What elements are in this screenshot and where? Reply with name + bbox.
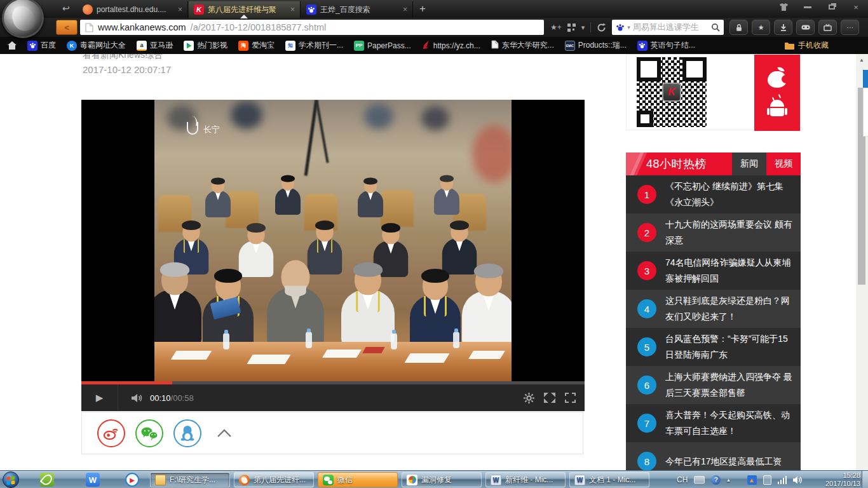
bookmark-videos[interactable]: 热门影视 <box>184 40 227 51</box>
hotlist-item-text: 这只鞋到底是灰绿还是粉白？网友们又吵起来了！ <box>665 293 793 325</box>
hotlist-item[interactable]: 8 今年已有17地区提高最低工资 <box>626 442 801 470</box>
language-indicator[interactable]: CH <box>677 475 688 484</box>
coreldraw-icon[interactable] <box>40 473 54 487</box>
share-wechat-button[interactable] <box>135 419 163 447</box>
share-weibo-button[interactable] <box>97 419 125 447</box>
taskbar-word2-button[interactable]: W 文档 1 - Mic... <box>569 472 649 487</box>
new-tab-button[interactable]: + <box>414 2 431 16</box>
play-button[interactable]: ▶ <box>81 384 118 411</box>
tv-icon[interactable] <box>818 20 837 35</box>
favorites-star-icon[interactable]: ★ <box>752 20 770 35</box>
tray-expand-icon[interactable]: ▴ <box>727 477 730 483</box>
search-engine-caret-icon[interactable]: ▾ <box>627 24 630 30</box>
baidu-paw-icon[interactable] <box>616 23 625 32</box>
hotlist-item[interactable]: 3 74名电信网络诈骗嫌疑人从柬埔寨被押解回国 <box>626 252 801 290</box>
video-screen[interactable]: 长宁 <box>81 100 585 381</box>
keyboard-icon[interactable] <box>694 476 705 484</box>
minimize-button[interactable] <box>801 1 815 13</box>
taskbar-button-label: 微信 <box>337 475 353 485</box>
bookmark-dhu[interactable]: 东华大学研究... <box>491 40 554 51</box>
settings-gear-icon[interactable] <box>524 393 534 403</box>
hotlist-item[interactable]: 5 台风蓝色预警：“卡努”可能于15日登陆海南广东 <box>626 328 801 366</box>
bookmark-taobao[interactable]: 淘 爱淘宝 <box>238 40 275 51</box>
bookmark-amazon[interactable]: a 亚马逊 <box>137 40 173 51</box>
show-desktop-button[interactable] <box>862 471 868 488</box>
scrollbar-up-icon[interactable]: ▲ <box>859 57 864 63</box>
start-button[interactable] <box>3 471 19 488</box>
clipboard-tray-icon[interactable] <box>763 475 771 485</box>
hotlist-tab-news[interactable]: 新闻 <box>732 152 766 175</box>
bookmark-baidu[interactable]: 百度 <box>27 40 56 51</box>
taskbar-word1-button[interactable]: W 新纤维 - Mic... <box>485 472 566 487</box>
hotlist-item[interactable]: 1 《不忘初心 继续前进》第七集《永立潮头》 <box>626 175 801 214</box>
taskbar-wechat-button[interactable]: 微信 <box>318 472 398 487</box>
hotlist-item[interactable]: 2 十九大前的这两场重要会议 颇有深意 <box>626 214 801 252</box>
share-qq-button[interactable] <box>173 419 201 447</box>
search-icon[interactable] <box>711 23 720 32</box>
taskbar-clock[interactable]: 15:28 2017/10/13 <box>825 471 860 488</box>
edge-widget-blue[interactable] <box>863 70 868 88</box>
hotlist-tab-video[interactable]: 视频 <box>766 152 801 175</box>
volume-tray-icon[interactable] <box>793 476 803 484</box>
apple-ios-icon[interactable] <box>768 67 787 88</box>
bookmark-english[interactable]: 英语句子结... <box>637 40 695 51</box>
search-input[interactable]: 周易算出逃课学生 <box>633 22 709 33</box>
theater-mode-icon[interactable] <box>544 393 555 403</box>
edge-widget-white[interactable] <box>863 88 868 137</box>
mobile-favorites-folder[interactable]: 手机收藏 <box>785 40 829 51</box>
toolbar-buttons: ★ ··· <box>729 20 859 35</box>
collapse-chevron-icon[interactable] <box>217 428 232 438</box>
tab-baidu-search[interactable]: 王烨_百度搜索 × <box>301 1 413 18</box>
address-bar-row: < www.kankanews.com/a/2017-10-12/0018185… <box>0 18 868 37</box>
games-gamepad-icon[interactable] <box>796 20 815 35</box>
rank-badge: 7 <box>637 414 656 433</box>
network-signal-icon[interactable] <box>778 476 787 484</box>
qrcode-icon[interactable] <box>567 24 576 32</box>
dropdown-caret-icon[interactable]: ▾ <box>581 24 585 32</box>
hotlist-item[interactable]: 7 喜大普奔！今天起购买高铁、动车票可自主选座！ <box>626 404 801 442</box>
wps-icon[interactable]: W <box>86 473 100 487</box>
url-field[interactable]: www.kankanews.com/a/2017-10-12/001818587… <box>80 20 544 35</box>
update-tray-icon[interactable] <box>747 475 757 485</box>
android-icon[interactable] <box>767 100 787 119</box>
more-menu-icon[interactable]: ··· <box>841 20 859 35</box>
cheetah-browser-icon <box>239 475 250 485</box>
person-figure <box>462 266 512 347</box>
video-player[interactable]: 长宁 ▶ 00:10/00:58 <box>81 100 585 411</box>
bookmark-label: Products::瑞... <box>578 40 627 51</box>
taskbar-browser-button[interactable]: 第八届先进纤... <box>234 472 314 487</box>
lock-icon[interactable] <box>729 20 748 35</box>
bookmark-yz[interactable]: https://yz.ch... <box>422 40 480 51</box>
paw-icon <box>308 6 315 13</box>
search-box[interactable]: ▾ 周易算出逃课学生 <box>612 20 724 35</box>
hotlist-item[interactable]: 4 这只鞋到底是灰绿还是粉白？网友们又吵起来了！ <box>626 290 801 328</box>
bookmark-duba[interactable]: K 毒霸网址大全 <box>67 40 126 51</box>
restore-button[interactable] <box>825 1 839 13</box>
volume-icon[interactable] <box>131 393 142 403</box>
back-button[interactable]: < <box>56 20 78 35</box>
taskbar-explorer-button[interactable]: F:\研究生学... <box>150 472 230 487</box>
help-icon[interactable]: ? <box>711 475 721 485</box>
skin-shirt-icon[interactable] <box>776 1 790 13</box>
download-icon[interactable] <box>774 20 792 35</box>
fullscreen-icon[interactable] <box>565 393 576 403</box>
vulnerability-fix-icon <box>407 475 417 485</box>
tab-close-icon[interactable]: × <box>399 5 407 14</box>
tab-portaltest[interactable]: portaltest.dhu.edu.... × <box>78 1 188 18</box>
bookmark-paperpass[interactable]: PP PaperPass... <box>354 41 411 51</box>
person-figure <box>434 176 459 215</box>
bookmark-journal[interactable]: 知 学术期刊一... <box>285 40 343 51</box>
favorite-star-icon[interactable]: ★+ <box>550 23 562 32</box>
taskbar-fix-button[interactable]: 漏洞修复 <box>402 472 482 487</box>
windows-taskbar: W ▶ F:\研究生学... 第八届先进纤... 微信 漏洞修复 W 新纤维 -… <box>0 470 868 488</box>
close-button[interactable]: × <box>849 1 863 13</box>
media-player-icon[interactable]: ▶ <box>125 473 139 487</box>
hotlist-item[interactable]: 6 上海大师赛费纳进入四强争夺 最后三天赛票全部售罄 <box>626 366 801 404</box>
home-icon[interactable] <box>8 41 17 50</box>
tab-history-icon[interactable]: ↩ <box>62 3 70 13</box>
refresh-icon[interactable] <box>597 23 606 32</box>
tab-bar: ↩ portaltest.dhu.edu.... × K 第八届先进纤维与聚 ×… <box>0 0 868 18</box>
tab-close-icon[interactable]: × <box>287 5 295 14</box>
tab-close-icon[interactable]: × <box>174 5 182 14</box>
bookmark-products[interactable]: EMC Products::瑞... <box>565 40 627 51</box>
